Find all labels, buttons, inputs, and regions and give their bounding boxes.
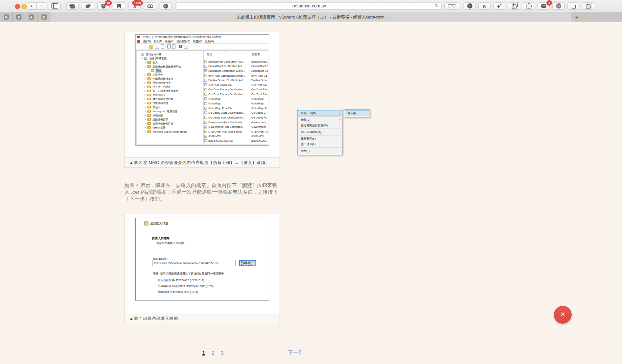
pinned-tab[interactable]: M [0,12,13,22]
tree-item: 用戶端驗證發行者 [137,97,203,101]
window-close-button[interactable] [15,4,20,9]
certificate-issuer: ePKI Root Ce [251,74,268,77]
close-ad-button[interactable]: × [554,306,572,324]
extension-button[interactable]: 1000 [128,2,141,10]
tree-item-label: 個人 [152,61,158,64]
folder-icon [147,98,151,100]
certificate-icon [204,74,207,77]
new-tab-button[interactable]: + [571,12,583,22]
article-paragraph: 如圖 4 所示，隨即在「要匯入的檔案」頁面內按下〔瀏覽〕按鈕來載入 .cer 的… [124,182,282,203]
expander-icon [144,81,147,84]
toolbar-button[interactable] [523,2,535,10]
folder-icon [144,57,147,60]
certificate-issuer: GeoTrust Glo [251,84,268,86]
certificate-row: GTE CyberTrust Global Root GTE CyberTru [204,129,268,134]
toolbar-button[interactable] [582,2,594,10]
forward-icon: › [40,3,43,9]
tree-item-label: 受信任的根憑證授權單位 [152,65,182,68]
back-icon: ‹ [31,3,33,9]
address-bar[interactable]: netadmin.com.tw ↻ [177,2,442,10]
tree-item: 中繼憑證授權單位 [137,77,203,81]
expander-icon [144,61,147,64]
context-menu-item [299,128,341,129]
mmc-body: 主控台根目錄 憑證 (本機電腦) 個人 受信任的根憑證授權單位 [136,49,269,145]
tree-item-label: 第三方根憑證授權單位 [152,89,179,93]
tree-item-label: 憑證 (本機電腦) [148,57,168,60]
reader-glasses-button[interactable] [444,2,459,10]
extension-button[interactable]: 13 [97,2,110,10]
context-menu-item [299,135,341,136]
pinned-tab[interactable]: A [25,12,38,22]
toolbar-button[interactable] [493,2,505,10]
wizard-subheading: 指定您想要匯入的檔案。 [156,241,187,245]
extension-button[interactable] [160,2,172,10]
tree-item-label: 其他人 [152,106,161,109]
sep-icon [147,44,147,49]
window-minimize-button[interactable] [21,4,27,9]
certificate-name: Go Daddy Class 2 Certificatio... [208,111,251,114]
certificate-row: ePKI Root Certification Author... ePKI R… [204,73,268,78]
toolbar-button[interactable] [552,2,565,10]
certificate-name: Entrust Root Certification Aut... [208,60,251,63]
extension-button[interactable] [113,2,125,10]
arrow-right-icon [142,43,146,50]
context-menu-item [299,116,341,117]
tree-item: 主控台根目錄 [137,52,203,56]
page-link[interactable]: 3 [221,350,224,356]
sidebar-icon [51,3,58,9]
sparkles-icon [497,4,502,9]
folder-icon [141,53,144,56]
figure-3-caption: ▲圖 3 在 MMC 憑證管理介面內依序點選【所有工作】→【匯入】選項。 [125,157,280,167]
certificate-name: GeoTrust Global CA [208,84,251,86]
page-link[interactable]: 1 [202,350,205,356]
toolbar-button[interactable] [464,2,476,10]
plus-icon: + [575,14,579,20]
back-button[interactable]: ‹ [27,2,37,10]
certificate-issuer: Government [251,126,268,128]
folder-icon [147,118,151,121]
certificate-issuer: GeoTrust Prin [251,93,268,96]
toolbar-button[interactable] [478,2,491,10]
active-tab[interactable]: 未必遇上但保證實用 vSphere 6維運技巧（上） - 技術專欄 - 網管人N… [50,12,571,22]
tree-item: 遠端桌面 [137,113,203,117]
folder-icon [147,86,151,88]
column-issued-by: 簽發者 [252,53,260,56]
next-page-link[interactable]: 下一頁 [288,349,301,356]
certificate-name: JoviKu-PC [208,135,251,137]
mmc-menu-item: 檢視(V) [165,40,174,43]
expander-icon [144,114,147,117]
sep-icon [177,44,177,49]
vd-icon [483,3,486,9]
toolbar-button[interactable] [567,2,579,10]
pinned-tab[interactable]: S [13,12,25,22]
extension-button[interactable] [144,2,156,10]
certificate-icon [204,102,207,105]
expander-icon [144,86,147,88]
globe-icon [163,4,168,9]
folder-icon [147,130,151,133]
toolbar-button[interactable]: 1 [538,2,550,10]
certificate-icon [204,60,207,63]
tree-item: 受信任的根憑證授權單位 [137,64,203,69]
certificate-icon [204,139,207,142]
tree-item-label: Homegroup 電腦憑證 [152,110,178,113]
extension-button[interactable] [82,2,94,10]
certificate-issuer: JoviKu-PC [251,135,268,137]
pinned-tab[interactable]: D [38,12,50,22]
submenu-arrow-icon: > [339,118,341,121]
tree-item: 其他人 [137,105,203,109]
reload-icon[interactable]: ↻ [435,3,439,9]
menu-item-label: 新工作台檢視(T)... [301,130,324,134]
sidebar-toggle-button[interactable] [49,2,61,10]
help-icon [179,45,182,48]
expander-icon [144,102,147,104]
page-link[interactable]: 2 [211,350,214,356]
menu-item-label: 說明(H) [301,149,310,153]
wizard-back-icon: ← [139,221,143,226]
forward-button[interactable]: › [37,2,46,10]
certificate-name: GeoTrust Primary Certification... [208,93,251,96]
extension-button[interactable] [66,2,78,10]
certificate-name: Equifax Secure Certificate Aut... [208,79,251,81]
certificate-row: Equifax Secure Certificate Aut... Equifa… [204,78,268,83]
toolbar-button[interactable] [508,2,520,10]
